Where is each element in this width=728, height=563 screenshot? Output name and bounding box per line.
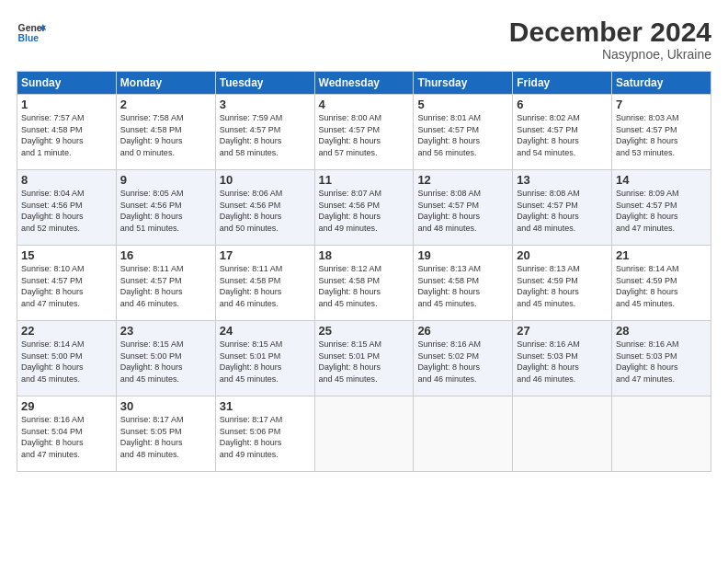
day-info: Sunrise: 8:10 AMSunset: 4:57 PMDaylight:… [21,263,112,309]
day-number: 8 [21,173,112,187]
day-info: Sunrise: 8:13 AMSunset: 4:58 PMDaylight:… [417,263,508,309]
day-number: 28 [616,324,707,338]
day-info: Sunrise: 8:11 AMSunset: 4:57 PMDaylight:… [120,263,211,309]
title-block: December 2024 Nasypnoe, Ukraine [509,17,711,62]
day-info: Sunrise: 8:07 AMSunset: 4:56 PMDaylight:… [319,188,410,234]
header-row: SundayMondayTuesdayWednesdayThursdayFrid… [17,72,711,95]
day-info: Sunrise: 7:59 AMSunset: 4:57 PMDaylight:… [220,112,311,158]
logo-icon: General Blue [17,17,46,46]
day-cell: 9Sunrise: 8:05 AMSunset: 4:56 PMDaylight… [116,170,215,246]
day-number: 22 [21,324,112,338]
logo: General Blue [17,17,50,46]
day-number: 31 [220,399,311,413]
week-row-2: 15Sunrise: 8:10 AMSunset: 4:57 PMDayligh… [17,246,711,321]
day-cell: 29Sunrise: 8:16 AMSunset: 5:04 PMDayligh… [17,396,117,472]
day-info: Sunrise: 7:57 AMSunset: 4:58 PMDaylight:… [21,112,112,158]
day-number: 1 [21,98,112,111]
day-cell: 15Sunrise: 8:10 AMSunset: 4:57 PMDayligh… [17,246,117,321]
day-info: Sunrise: 8:03 AMSunset: 4:57 PMDaylight:… [616,112,707,158]
day-info: Sunrise: 8:08 AMSunset: 4:57 PMDaylight:… [517,188,608,234]
day-info: Sunrise: 7:58 AMSunset: 4:58 PMDaylight:… [120,112,211,158]
day-cell: 6Sunrise: 8:02 AMSunset: 4:57 PMDaylight… [513,95,612,170]
location: Nasypnoe, Ukraine [509,47,711,62]
day-cell: 1Sunrise: 7:57 AMSunset: 4:58 PMDaylight… [17,95,117,170]
day-info: Sunrise: 8:16 AMSunset: 5:04 PMDaylight:… [21,414,112,460]
day-cell: 18Sunrise: 8:12 AMSunset: 4:58 PMDayligh… [314,246,414,321]
day-info: Sunrise: 8:04 AMSunset: 4:56 PMDaylight:… [21,188,112,234]
day-info: Sunrise: 8:15 AMSunset: 5:01 PMDaylight:… [319,339,410,385]
day-cell: 26Sunrise: 8:16 AMSunset: 5:02 PMDayligh… [414,321,513,396]
day-info: Sunrise: 8:11 AMSunset: 4:58 PMDaylight:… [220,263,311,309]
day-number: 11 [319,173,410,187]
day-number: 20 [517,248,608,262]
day-number: 13 [517,173,608,187]
day-info: Sunrise: 8:16 AMSunset: 5:02 PMDaylight:… [417,339,508,385]
day-cell: 2Sunrise: 7:58 AMSunset: 4:58 PMDaylight… [116,95,215,170]
day-number: 6 [517,98,608,111]
day-info: Sunrise: 8:15 AMSunset: 5:01 PMDaylight:… [220,339,311,385]
day-info: Sunrise: 8:08 AMSunset: 4:57 PMDaylight:… [417,188,508,234]
week-row-0: 1Sunrise: 7:57 AMSunset: 4:58 PMDaylight… [17,95,711,170]
day-info: Sunrise: 8:16 AMSunset: 5:03 PMDaylight:… [517,339,608,385]
day-number: 27 [517,324,608,338]
day-cell [612,396,711,472]
day-number: 7 [616,98,707,111]
day-number: 2 [120,98,211,111]
day-cell: 21Sunrise: 8:14 AMSunset: 4:59 PMDayligh… [612,246,711,321]
day-info: Sunrise: 8:17 AMSunset: 5:06 PMDaylight:… [220,414,311,460]
day-number: 3 [220,98,311,111]
day-info: Sunrise: 8:12 AMSunset: 4:58 PMDaylight:… [319,263,410,309]
day-info: Sunrise: 8:06 AMSunset: 4:56 PMDaylight:… [220,188,311,234]
day-cell: 24Sunrise: 8:15 AMSunset: 5:01 PMDayligh… [215,321,314,396]
day-number: 9 [120,173,211,187]
day-cell: 27Sunrise: 8:16 AMSunset: 5:03 PMDayligh… [513,321,612,396]
day-cell: 8Sunrise: 8:04 AMSunset: 4:56 PMDaylight… [17,170,117,246]
day-number: 5 [417,98,508,111]
day-cell: 3Sunrise: 7:59 AMSunset: 4:57 PMDaylight… [215,95,314,170]
page: General Blue December 2024 Nasypnoe, Ukr… [0,0,728,563]
week-row-3: 22Sunrise: 8:14 AMSunset: 5:00 PMDayligh… [17,321,711,396]
day-info: Sunrise: 8:02 AMSunset: 4:57 PMDaylight:… [517,112,608,158]
week-row-1: 8Sunrise: 8:04 AMSunset: 4:56 PMDaylight… [17,170,711,246]
month-title: December 2024 [509,17,711,47]
day-cell: 7Sunrise: 8:03 AMSunset: 4:57 PMDaylight… [612,95,711,170]
week-row-4: 29Sunrise: 8:16 AMSunset: 5:04 PMDayligh… [17,396,711,472]
day-number: 21 [616,248,707,262]
day-cell: 13Sunrise: 8:08 AMSunset: 4:57 PMDayligh… [513,170,612,246]
day-cell: 28Sunrise: 8:16 AMSunset: 5:03 PMDayligh… [612,321,711,396]
day-number: 14 [616,173,707,187]
day-cell: 20Sunrise: 8:13 AMSunset: 4:59 PMDayligh… [513,246,612,321]
header: General Blue December 2024 Nasypnoe, Ukr… [17,17,711,62]
day-number: 18 [319,248,410,262]
day-cell: 19Sunrise: 8:13 AMSunset: 4:58 PMDayligh… [414,246,513,321]
day-number: 26 [417,324,508,338]
day-info: Sunrise: 8:13 AMSunset: 4:59 PMDaylight:… [517,263,608,309]
day-info: Sunrise: 8:14 AMSunset: 4:59 PMDaylight:… [616,263,707,309]
day-number: 17 [220,248,311,262]
col-header-saturday: Saturday [612,72,711,95]
day-number: 23 [120,324,211,338]
col-header-wednesday: Wednesday [314,72,414,95]
day-cell: 14Sunrise: 8:09 AMSunset: 4:57 PMDayligh… [612,170,711,246]
day-cell: 22Sunrise: 8:14 AMSunset: 5:00 PMDayligh… [17,321,117,396]
day-cell [314,396,414,472]
day-cell: 31Sunrise: 8:17 AMSunset: 5:06 PMDayligh… [215,396,314,472]
day-cell: 4Sunrise: 8:00 AMSunset: 4:57 PMDaylight… [314,95,414,170]
day-number: 30 [120,399,211,413]
day-info: Sunrise: 8:09 AMSunset: 4:57 PMDaylight:… [616,188,707,234]
day-info: Sunrise: 8:15 AMSunset: 5:00 PMDaylight:… [120,339,211,385]
col-header-friday: Friday [513,72,612,95]
day-cell [414,396,513,472]
day-cell: 11Sunrise: 8:07 AMSunset: 4:56 PMDayligh… [314,170,414,246]
col-header-sunday: Sunday [17,72,117,95]
day-cell: 10Sunrise: 8:06 AMSunset: 4:56 PMDayligh… [215,170,314,246]
svg-text:Blue: Blue [18,33,40,43]
day-cell: 12Sunrise: 8:08 AMSunset: 4:57 PMDayligh… [414,170,513,246]
day-cell: 16Sunrise: 8:11 AMSunset: 4:57 PMDayligh… [116,246,215,321]
day-cell: 30Sunrise: 8:17 AMSunset: 5:05 PMDayligh… [116,396,215,472]
day-cell: 25Sunrise: 8:15 AMSunset: 5:01 PMDayligh… [314,321,414,396]
day-info: Sunrise: 8:16 AMSunset: 5:03 PMDaylight:… [616,339,707,385]
day-cell: 17Sunrise: 8:11 AMSunset: 4:58 PMDayligh… [215,246,314,321]
day-number: 12 [417,173,508,187]
col-header-monday: Monday [116,72,215,95]
